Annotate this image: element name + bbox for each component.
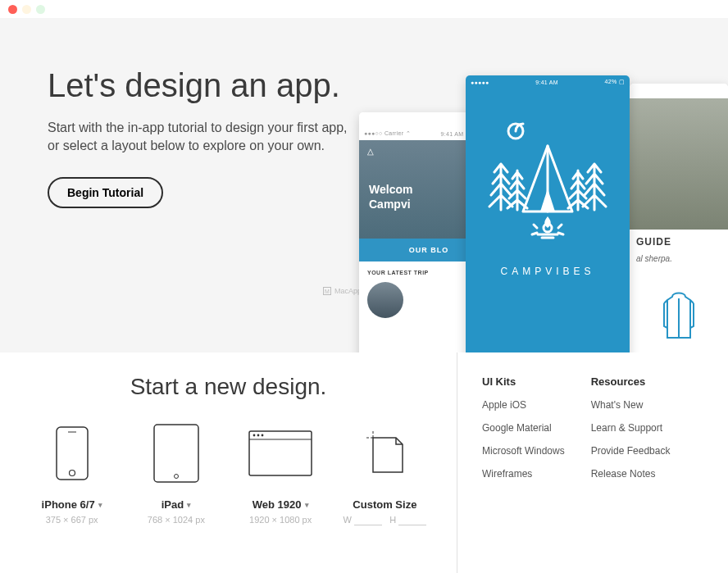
window-titlebar	[0, 0, 728, 18]
jacket-icon	[656, 289, 702, 346]
uikit-link-microsoft-windows[interactable]: Microsoft Windows	[482, 445, 565, 457]
uikit-link-apple-ios[interactable]: Apple iOS	[482, 399, 565, 411]
device-dims: 768 × 1024 px	[127, 515, 225, 525]
mockup-guide-sub: al sherpa.	[630, 254, 728, 272]
svg-rect-8	[249, 431, 312, 475]
resource-link-whats-new[interactable]: What's New	[591, 399, 671, 411]
device-option-custom[interactable]: Custom Size W H	[335, 425, 434, 525]
svg-rect-6	[154, 425, 198, 482]
minimize-window-button[interactable]	[22, 5, 31, 14]
svg-point-10	[253, 434, 256, 437]
resource-link-provide-feedback[interactable]: Provide Feedback	[591, 445, 671, 457]
mockup-welcome-line2: Campvi	[369, 198, 411, 211]
iphone-icon	[56, 426, 89, 480]
mockup-campvibes: ●●●●● 9:41 AM 42% ▢	[466, 75, 630, 352]
campvibes-illustration-icon	[478, 113, 617, 252]
lower-section: Start a new design. iPhone 6/7 ▾ 375 × 6…	[0, 352, 728, 573]
mockup-guide: GUIDE al sherpa.	[630, 84, 728, 352]
svg-marker-1	[540, 189, 555, 211]
start-new-design-title: Start a new design.	[0, 374, 457, 400]
uikit-link-wireframes[interactable]: Wireframes	[482, 468, 565, 480]
hero-subtitle: Start with the in-app tutorial to design…	[48, 119, 351, 156]
device-dims: 1920 × 1080 px	[231, 515, 330, 525]
device-label: Web 1920 ▾	[253, 498, 309, 511]
mockup-carrier: ●●●○○ Carrier ⌃	[364, 130, 411, 137]
mockup-time: 9:41 AM	[441, 131, 464, 137]
hero-section: Let's design an app. Start with the in-a…	[0, 18, 728, 352]
mockup-time-2: 9:41 AM	[535, 80, 558, 85]
mockup-brand: CAMPVIBES	[500, 266, 594, 277]
zoom-window-button[interactable]	[36, 5, 45, 14]
hero-title: Let's design an app.	[48, 67, 351, 104]
chevron-down-icon: ▾	[98, 501, 102, 509]
device-option-iphone[interactable]: iPhone 6/7 ▾ 375 × 667 px	[23, 425, 121, 525]
resources-column: Resources What's New Learn & Support Pro…	[591, 375, 671, 573]
resource-link-learn-support[interactable]: Learn & Support	[591, 422, 671, 434]
custom-height-field[interactable]	[398, 515, 426, 525]
device-label: iPhone 6/7 ▾	[42, 498, 102, 511]
browser-window-icon	[248, 430, 312, 476]
mockup-welcome-line1: Welcom	[369, 183, 412, 196]
svg-point-11	[257, 434, 260, 437]
uikit-link-google-material[interactable]: Google Material	[482, 422, 565, 434]
svg-point-7	[174, 475, 178, 479]
resource-link-release-notes[interactable]: Release Notes	[591, 468, 671, 480]
width-label: W	[344, 515, 352, 525]
resources-heading: Resources	[591, 375, 671, 388]
uikits-heading: UI Kits	[482, 375, 565, 388]
tent-icon: △	[367, 147, 374, 156]
custom-width-field[interactable]	[354, 515, 382, 525]
device-label: Custom Size	[353, 498, 416, 511]
device-label: iPad ▾	[162, 498, 191, 511]
begin-tutorial-button[interactable]: Begin Tutorial	[48, 177, 163, 208]
custom-size-icon	[363, 430, 406, 477]
chevron-down-icon: ▾	[187, 501, 191, 509]
device-option-ipad[interactable]: iPad ▾ 768 × 1024 px	[127, 425, 225, 525]
svg-point-12	[262, 434, 264, 437]
mockup-cluster: GUIDE al sherpa. ●●●○○ Carrier ⌃ 9:41 AM…	[359, 67, 728, 352]
avatar	[367, 282, 403, 318]
device-option-web[interactable]: Web 1920 ▾ 1920 × 1080 px	[231, 425, 330, 525]
ipad-icon	[153, 424, 199, 483]
mockup-guide-title: GUIDE	[630, 230, 728, 254]
chevron-down-icon: ▾	[305, 501, 309, 509]
svg-point-4	[69, 471, 75, 476]
mockup-battery: 42% ▢	[605, 79, 625, 85]
svg-rect-3	[57, 427, 88, 480]
height-label: H	[389, 515, 396, 525]
device-dims: 375 × 667 px	[23, 515, 121, 525]
uikits-column: UI Kits Apple iOS Google Material Micros…	[482, 375, 565, 573]
close-window-button[interactable]	[8, 5, 17, 14]
